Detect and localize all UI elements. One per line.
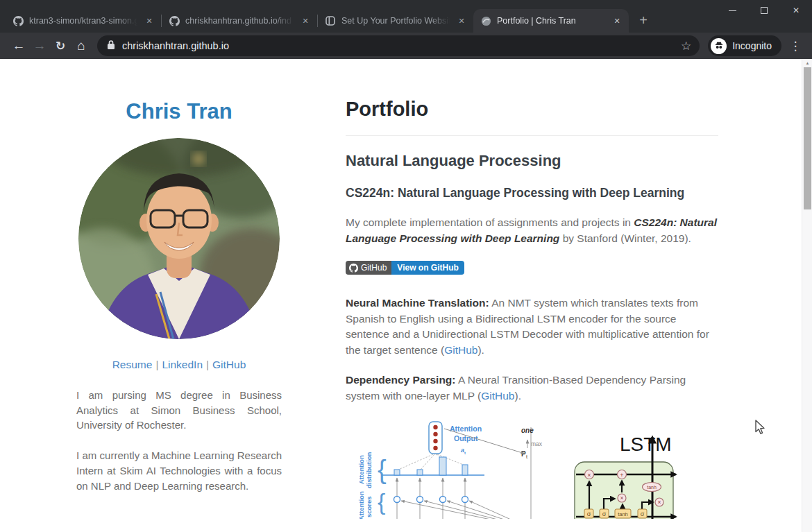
document-layout-icon — [325, 15, 336, 26]
menu-icon[interactable]: ⋮ — [787, 35, 804, 56]
github-badge-right-label: View on GitHub — [391, 261, 464, 275]
maximize-button[interactable] — [748, 0, 780, 21]
github-icon — [169, 15, 180, 26]
project-dp-paragraph: Dependency Parsing: A Neural Transition-… — [346, 372, 718, 404]
author-name: Chris Tran — [76, 99, 282, 124]
tab-title: Set Up Your Portfolio Websit — [341, 16, 450, 26]
mouse-cursor — [753, 420, 767, 438]
lstm-figure: LSTM × + tanh × — [575, 434, 676, 519]
close-tab-icon[interactable]: ✕ — [299, 15, 312, 27]
bookmark-star-icon[interactable]: ☆ — [681, 39, 691, 53]
svg-text:one: one — [521, 427, 534, 434]
tab-title: chriskhanhtran.github.io/ind — [185, 16, 294, 26]
svg-text:×: × — [620, 495, 624, 501]
page-content: Chris Tran — [0, 59, 812, 532]
maximize-icon — [761, 7, 768, 14]
linkedin-link[interactable]: LinkedIn — [162, 359, 203, 370]
github-badge-left: GitHub — [346, 261, 391, 275]
project-dp-label: Dependency Parsing: — [346, 374, 456, 386]
link-separator: | — [152, 359, 162, 370]
project-nmt-github-link[interactable]: GitHub — [444, 344, 477, 356]
main-content: Portfolio Natural Language Processing CS… — [346, 97, 718, 519]
address-bar[interactable]: chriskhanhtran.github.io ☆ — [97, 35, 700, 56]
svg-text:max: max — [531, 440, 543, 447]
svg-text:{: { — [378, 455, 387, 484]
tab-setup-portfolio[interactable]: Set Up Your Portfolio Websit ✕ — [318, 9, 473, 33]
link-separator: | — [203, 359, 212, 370]
view-on-github-badge[interactable]: GitHub View on GitHub — [346, 261, 464, 275]
svg-text:×: × — [587, 472, 591, 479]
intro-paragraph: My complete implementation of assignment… — [346, 215, 718, 246]
project-figures: Attention Output a t — [346, 415, 718, 519]
url-text: chriskhanhtran.github.io — [122, 40, 681, 51]
section-title-nlp: Natural Language Processing — [346, 152, 718, 170]
close-window-button[interactable]: ✕ — [780, 0, 812, 21]
tab-portfolio-chris-tran[interactable]: Portfolio | Chris Tran ✕ — [473, 9, 629, 33]
project-dp-github-link[interactable]: GitHub — [481, 390, 514, 402]
bio-paragraph: I am pursing MS degree in Business Analy… — [76, 388, 282, 433]
github-badge-left-label: GitHub — [361, 263, 387, 273]
intro-prefix: My complete implementation of assignment… — [346, 216, 634, 228]
author-sidebar: Chris Tran — [76, 99, 282, 493]
svg-text:Attention: Attention — [357, 491, 365, 519]
incognito-icon — [711, 38, 727, 54]
svg-text:LSTM: LSTM — [620, 434, 672, 455]
svg-text:t: t — [526, 454, 527, 459]
svg-text:tanh: tanh — [647, 485, 657, 490]
svg-text:{: { — [378, 488, 385, 515]
incognito-badge: Incognito — [708, 35, 781, 56]
svg-text:σ: σ — [641, 510, 645, 517]
close-tab-icon[interactable]: ✕ — [143, 15, 155, 27]
tab-title: ktran3-simon/ktran3-simon.g — [29, 16, 137, 26]
tab-bar: ktran3-simon/ktran3-simon.g ✕ chriskhanh… — [0, 0, 812, 33]
resume-link[interactable]: Resume — [112, 359, 153, 370]
minimize-icon — [729, 10, 736, 11]
project-nmt-label: Neural Machine Translation: — [346, 297, 489, 309]
refresh-button[interactable]: ↻ — [50, 35, 71, 56]
page-title: Portfolio — [346, 97, 718, 121]
svg-text:×: × — [658, 499, 661, 506]
close-tab-icon[interactable]: ✕ — [455, 15, 468, 27]
close-tab-icon[interactable]: ✕ — [611, 15, 623, 27]
svg-text:Attention: Attention — [357, 455, 365, 484]
project-dp-after: ). — [515, 390, 521, 402]
svg-text:σ: σ — [587, 510, 591, 517]
svg-text:σ: σ — [602, 510, 607, 517]
avatar — [78, 138, 280, 339]
author-links: Resume|LinkedIn|GitHub — [76, 359, 282, 371]
svg-text:P: P — [521, 450, 526, 458]
browser-toolbar: ← → ↻ ⌂ chriskhanhtran.github.io ☆ Incog… — [0, 33, 812, 59]
tab-title: Portfolio | Chris Tran — [497, 16, 605, 26]
globe-favicon-icon — [480, 15, 491, 26]
tab-chriskhanhtran-repo[interactable]: chriskhanhtran.github.io/ind ✕ — [162, 9, 317, 33]
svg-text:tanh: tanh — [618, 511, 628, 517]
back-button[interactable]: ← — [8, 35, 29, 56]
scrollbar-thumb[interactable] — [804, 67, 811, 209]
project-nmt-paragraph: Neural Machine Translation: An NMT syste… — [346, 295, 718, 358]
svg-text:+: + — [620, 472, 623, 479]
github-link[interactable]: GitHub — [212, 359, 246, 370]
tab-ktran3-simon[interactable]: ktran3-simon/ktran3-simon.g ✕ — [6, 9, 161, 33]
svg-text:t: t — [464, 451, 466, 455]
github-octocat-icon — [349, 264, 358, 273]
github-icon — [12, 15, 24, 26]
svg-text:distribution: distribution — [365, 452, 373, 488]
minimize-button[interactable] — [716, 0, 748, 21]
home-button[interactable]: ⌂ — [71, 35, 92, 56]
attention-figure: Attention Output a t — [357, 422, 543, 519]
new-tab-button[interactable]: + — [633, 10, 654, 31]
incognito-label: Incognito — [732, 40, 772, 51]
intro-suffix: by Stanford (Winter, 2019). — [559, 232, 691, 244]
lock-icon — [107, 40, 115, 53]
bio-paragraph: I am currently a Machine Learning Resear… — [76, 448, 282, 493]
scrollbar[interactable]: ▲ — [802, 59, 812, 532]
divider — [346, 135, 718, 136]
project-title-cs224n: CS224n: Natural Language Processing with… — [346, 186, 718, 200]
author-bio: I am pursing MS degree in Business Analy… — [76, 388, 282, 493]
svg-text:scores: scores — [365, 496, 373, 517]
window-controls: ✕ — [716, 0, 812, 21]
scroll-up-icon[interactable]: ▲ — [802, 59, 812, 67]
forward-button[interactable]: → — [29, 35, 50, 56]
project-nmt-after: ). — [477, 344, 484, 356]
